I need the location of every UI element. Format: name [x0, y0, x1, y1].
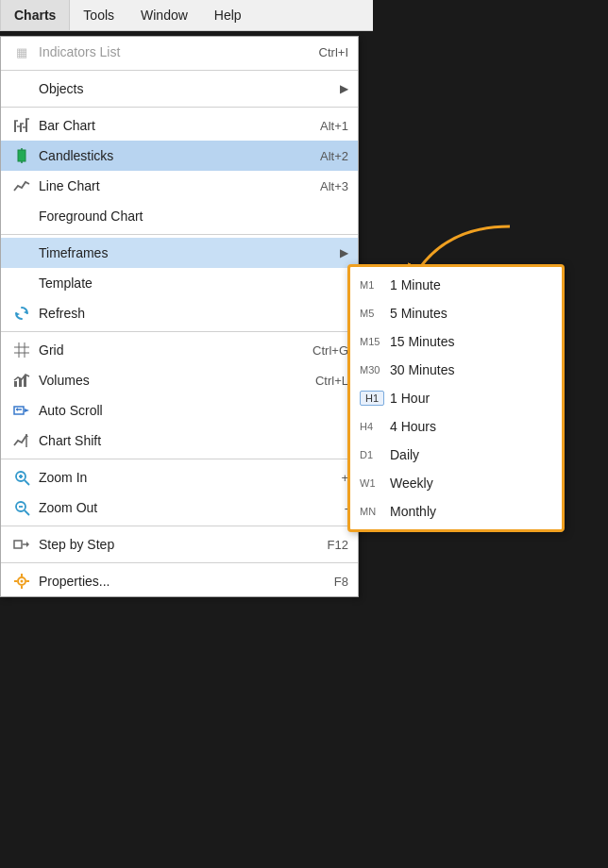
- menu-item-objects[interactable]: Objects ▶: [1, 74, 358, 104]
- m1-code: M1: [360, 279, 390, 291]
- m5-code: M5: [360, 308, 390, 319]
- menu-item-volumes[interactable]: Volumes Ctrl+L: [1, 365, 358, 395]
- grid-shortcut: Ctrl+G: [312, 343, 348, 358]
- objects-arrow-icon: ▶: [340, 82, 348, 95]
- menu-item-grid[interactable]: Grid Ctrl+G: [1, 335, 358, 365]
- svg-rect-4: [25, 119, 27, 132]
- mn-code: MN: [360, 506, 390, 517]
- separator-7: [1, 562, 358, 563]
- submenu-item-d1[interactable]: D1 Daily: [350, 441, 562, 469]
- svg-marker-11: [24, 310, 27, 314]
- menu-item-timeframes[interactable]: Timeframes ▶: [1, 238, 358, 268]
- submenu-item-mn[interactable]: MN Monthly: [350, 497, 562, 526]
- menu-item-line-chart[interactable]: Line Chart Alt+3: [1, 171, 358, 201]
- bar-chart-label: Bar Chart: [35, 118, 301, 133]
- svg-line-29: [25, 480, 29, 485]
- step-by-step-label: Step by Step: [35, 537, 309, 552]
- indicators-icon: ▦: [8, 45, 35, 59]
- svg-rect-8: [18, 150, 25, 161]
- menu-item-zoom-in[interactable]: Zoom In +: [1, 462, 358, 492]
- submenu-item-w1[interactable]: W1 Weekly: [350, 469, 562, 497]
- zoom-in-label: Zoom In: [35, 470, 322, 485]
- separator-5: [1, 459, 358, 459]
- separator-6: [1, 526, 358, 526]
- charts-dropdown: ▦ Indicators List Ctrl+I Objects ▶ Bar C…: [0, 36, 359, 597]
- menu-help[interactable]: Help: [201, 0, 255, 30]
- svg-marker-21: [25, 409, 29, 412]
- svg-point-37: [21, 580, 24, 583]
- submenu-item-m5[interactable]: M5 5 Minutes: [350, 299, 562, 327]
- separator-3: [1, 234, 358, 235]
- objects-label: Objects: [35, 81, 332, 96]
- separator-1: [1, 70, 358, 71]
- timeframes-label: Timeframes: [35, 245, 332, 260]
- svg-marker-12: [16, 312, 20, 316]
- line-chart-icon: [8, 177, 35, 194]
- line-chart-shortcut: Alt+3: [320, 179, 348, 193]
- h4-code: H4: [360, 421, 390, 432]
- svg-marker-25: [25, 434, 28, 437]
- menu-window[interactable]: Window: [127, 0, 201, 30]
- menu-item-auto-scroll[interactable]: Auto Scroll: [1, 395, 358, 426]
- h4-label: 4 Hours: [390, 419, 547, 434]
- menu-item-step-by-step[interactable]: Step by Step F12: [1, 529, 358, 559]
- menu-item-foreground-chart[interactable]: Foreground Chart: [1, 201, 358, 231]
- menu-item-bar-chart[interactable]: Bar Chart Alt+1: [1, 110, 358, 141]
- menu-item-zoom-out[interactable]: Zoom Out -: [1, 492, 358, 523]
- candlesticks-icon: [8, 147, 35, 164]
- candlesticks-shortcut: Alt+2: [320, 149, 348, 163]
- indicators-list-shortcut: Ctrl+I: [319, 45, 348, 59]
- menu-charts[interactable]: Charts: [0, 0, 70, 30]
- menu-item-indicators-list[interactable]: ▦ Indicators List Ctrl+I: [1, 37, 358, 67]
- menu-item-template[interactable]: Template: [1, 268, 358, 298]
- properties-icon: [8, 573, 35, 590]
- menu-tools[interactable]: Tools: [70, 0, 127, 30]
- zoom-out-label: Zoom Out: [35, 500, 326, 515]
- volumes-icon: [8, 372, 35, 389]
- bar-chart-shortcut: Alt+1: [320, 119, 348, 133]
- mn-label: Monthly: [390, 504, 547, 519]
- w1-code: W1: [360, 477, 390, 489]
- separator-2: [1, 107, 358, 108]
- svg-rect-2: [20, 124, 22, 132]
- template-label: Template: [35, 275, 348, 291]
- grid-label: Grid: [35, 342, 294, 358]
- svg-marker-35: [26, 542, 29, 547]
- candlesticks-label: Candlesticks: [35, 148, 301, 163]
- menu-item-chart-shift[interactable]: Chart Shift: [1, 426, 358, 456]
- submenu-item-m30[interactable]: M30 30 Minutes: [350, 356, 562, 384]
- refresh-icon: [8, 305, 35, 322]
- submenu-item-h4[interactable]: H4 4 Hours: [350, 412, 562, 441]
- timeframes-submenu: M1 1 Minute M5 5 Minutes M15 15 Minutes …: [347, 264, 565, 532]
- volumes-shortcut: Ctrl+L: [315, 374, 348, 388]
- menu-item-refresh[interactable]: Refresh: [1, 298, 358, 328]
- foreground-chart-label: Foreground Chart: [35, 209, 348, 224]
- menu-bar: Charts Tools Window Help: [0, 0, 373, 31]
- submenu-item-h1[interactable]: H1 1 Hour: [350, 384, 562, 412]
- submenu-item-m15[interactable]: M15 15 Minutes: [350, 327, 562, 356]
- properties-shortcut: F8: [334, 575, 348, 589]
- d1-code: D1: [360, 449, 390, 460]
- timeframes-arrow-icon: ▶: [340, 246, 348, 259]
- svg-rect-33: [14, 541, 22, 548]
- auto-scroll-label: Auto Scroll: [35, 403, 348, 418]
- menu-item-candlesticks[interactable]: Candlesticks Alt+2: [1, 141, 358, 171]
- svg-line-32: [25, 510, 29, 515]
- chart-shift-label: Chart Shift: [35, 433, 348, 448]
- step-by-step-shortcut: F12: [328, 538, 348, 552]
- volumes-label: Volumes: [35, 373, 296, 388]
- m30-code: M30: [360, 364, 390, 376]
- zoom-in-icon: [8, 469, 35, 486]
- submenu-item-m1[interactable]: M1 1 Minute: [350, 271, 562, 299]
- m1-label: 1 Minute: [390, 277, 547, 292]
- properties-label: Properties...: [35, 574, 315, 589]
- menu-item-properties[interactable]: Properties... F8: [1, 566, 358, 596]
- h1-label: 1 Hour: [390, 391, 547, 406]
- m30-label: 30 Minutes: [390, 362, 547, 377]
- chart-shift-icon: [8, 432, 35, 449]
- separator-4: [1, 331, 358, 332]
- h1-badge: H1: [360, 391, 384, 406]
- w1-label: Weekly: [390, 476, 547, 491]
- m15-label: 15 Minutes: [390, 334, 547, 349]
- svg-rect-20: [14, 407, 24, 414]
